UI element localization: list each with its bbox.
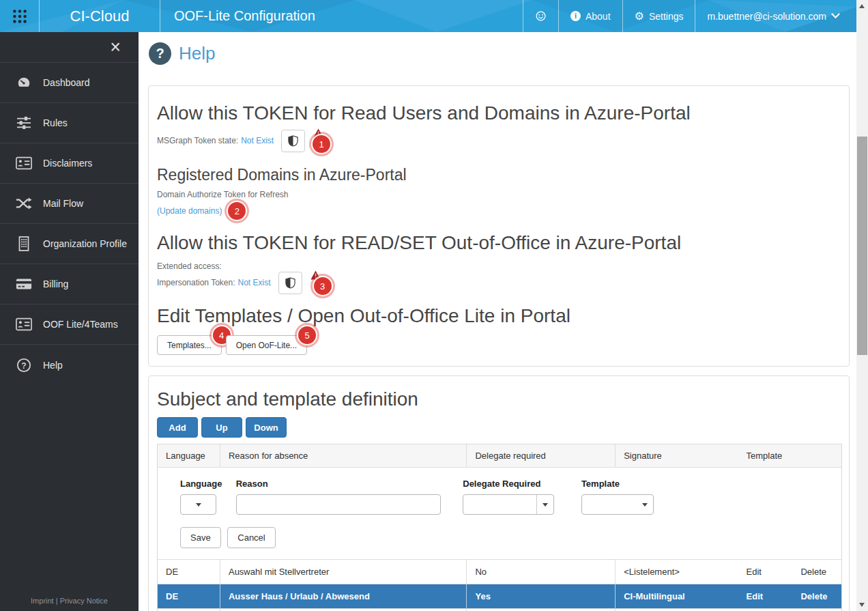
cell-language: DE xyxy=(158,560,220,584)
form-delegate-label: Delegate Required xyxy=(463,479,579,489)
save-button[interactable]: Save xyxy=(180,527,221,548)
imprint-privacy-links[interactable]: Imprint | Privacy Notice xyxy=(0,597,139,605)
delegate-required-select[interactable] xyxy=(463,494,554,515)
sidebar-item-oof-lite[interactable]: OOF Lite/4Teams xyxy=(0,304,139,345)
cell-language: DE xyxy=(158,609,220,611)
main-content: ? Help Allow this TOKEN for Read Users a… xyxy=(139,32,856,611)
add-button[interactable]: Add xyxy=(157,417,198,438)
msgraph-token-state-label: MSGraph Token state: xyxy=(157,136,238,145)
col-header-reason: Reason for absence xyxy=(220,444,467,468)
sidebar-item-organization-profile[interactable]: Organization Profile xyxy=(0,224,139,264)
sidebar-item-billing[interactable]: Billing xyxy=(0,264,139,304)
info-icon: i xyxy=(570,11,581,21)
sidebar-item-dashboard[interactable]: Dashboard xyxy=(0,63,139,103)
page-title-text: Help xyxy=(179,43,215,64)
id-card-icon xyxy=(15,156,33,170)
cancel-button[interactable]: Cancel xyxy=(227,527,275,548)
edit-link[interactable]: Edit xyxy=(738,584,793,609)
sidebar-item-help[interactable]: ? Help xyxy=(0,345,139,385)
update-domains-row: (Update domains) 2 xyxy=(157,202,841,220)
question-circle-icon: ? xyxy=(15,358,33,373)
col-header-signature: Signature xyxy=(616,444,738,468)
delete-link[interactable]: Delete xyxy=(792,584,841,609)
table-row[interactable]: DE Auswahl mit Stellvertreter No <Listel… xyxy=(158,560,842,584)
select-arrow-icon xyxy=(542,503,548,507)
impersonation-token-shield-button[interactable] xyxy=(278,272,302,294)
cell-delegate: No xyxy=(467,560,616,584)
sidebar-item-disclaimers[interactable]: Disclaimers xyxy=(0,143,139,184)
top-header: CI-Cloud OOF-Lite Configuration i About … xyxy=(0,0,856,32)
reason-input[interactable] xyxy=(236,494,441,515)
down-button[interactable]: Down xyxy=(246,417,287,438)
credit-card-icon xyxy=(15,278,33,290)
about-label: About xyxy=(585,11,611,22)
scrollbar-thumb[interactable] xyxy=(857,137,867,355)
select-arrow-icon xyxy=(642,503,648,507)
sidebar-item-label: Mail Flow xyxy=(43,198,83,209)
impersonation-token-state-link[interactable]: Not Exist xyxy=(238,278,271,287)
table-header-row: Language Reason for absence Delegate req… xyxy=(158,444,842,468)
table-row-selected[interactable]: DE Ausser Haus / Urlaub / Abwesend Yes C… xyxy=(158,584,842,609)
app-launcher-button[interactable] xyxy=(0,0,40,32)
select-arrow-icon xyxy=(196,503,201,507)
user-menu-button[interactable]: m.buettner@ci-solution.com xyxy=(695,0,856,32)
cell-language: DE xyxy=(158,584,220,609)
inline-edit-form-row: Language Reason Delegate Required T xyxy=(158,468,842,560)
template-buttons-row: Templates... 4 Open OoF-Lite... 5 xyxy=(157,335,841,355)
form-reason-label: Reason xyxy=(236,479,461,489)
templates-button[interactable]: Templates... 4 xyxy=(157,335,222,355)
sidebar-item-label: OOF Lite/4Teams xyxy=(43,319,118,330)
about-button[interactable]: i About xyxy=(558,0,622,32)
cell-signature: <Listelement> xyxy=(616,560,738,584)
sidebar-item-label: Billing xyxy=(43,279,68,289)
update-domains-link[interactable]: (Update domains) xyxy=(157,206,222,216)
cell-signature: <Listelement> xyxy=(616,609,738,611)
brand-title: CI-Cloud xyxy=(40,0,160,32)
step-badge-3: 3 xyxy=(314,277,332,295)
subject-template-panel: Subject and template definition Add Up D… xyxy=(148,375,850,611)
open-oof-lite-button[interactable]: Open OoF-Lite... 5 xyxy=(226,335,307,355)
msgraph-token-state-link[interactable]: Not Exist xyxy=(241,136,274,145)
section-heading-templates: Edit Templates / Open Out-of-Office Lite… xyxy=(157,304,841,328)
close-icon[interactable]: × xyxy=(110,38,121,57)
settings-button[interactable]: ⚙ Settings xyxy=(622,0,695,32)
sidebar-item-label: Disclaimers xyxy=(43,158,92,169)
template-select[interactable] xyxy=(581,494,654,515)
smiley-icon xyxy=(535,10,547,22)
help-circle-icon: ? xyxy=(149,42,171,65)
delete-link[interactable]: Delete xyxy=(792,560,841,584)
user-email: m.buettner@ci-solution.com xyxy=(707,11,826,22)
feedback-smiley-button[interactable] xyxy=(523,0,558,32)
waffle-grid-icon xyxy=(11,8,29,25)
chevron-down-icon xyxy=(831,13,840,19)
impersonation-token-state-row: Impersonation Token: Not Exist 3 xyxy=(157,271,841,294)
sidebar-item-rules[interactable]: Rules xyxy=(0,103,139,143)
sidebar-item-label: Rules xyxy=(43,117,68,128)
delete-link[interactable]: Delete xyxy=(792,609,841,611)
step-badge-2: 2 xyxy=(228,202,246,220)
edit-link[interactable]: Edit xyxy=(738,560,793,584)
sidebar-close-row: × xyxy=(0,32,139,63)
page-title: ? Help xyxy=(149,42,856,65)
svg-text:?: ? xyxy=(21,360,26,370)
shuffle-icon xyxy=(15,197,33,210)
shield-icon xyxy=(285,277,295,289)
language-select[interactable] xyxy=(180,494,216,515)
impersonation-token-label: Impersonation Token: xyxy=(157,278,235,287)
edit-link[interactable]: Edit xyxy=(738,609,793,611)
sidebar-item-label: Organization Profile xyxy=(43,238,127,249)
col-header-template: Template xyxy=(738,444,842,468)
msgraph-token-state-row: MSGraph Token state: Not Exist 1 xyxy=(157,129,841,152)
page-app-title: OOF-Lite Configuration xyxy=(160,0,523,32)
msgraph-token-shield-button[interactable] xyxy=(281,130,305,152)
scroll-up-arrow[interactable] xyxy=(859,4,865,8)
subject-panel-heading: Subject and template definition xyxy=(157,387,841,412)
form-language-label: Language xyxy=(180,479,233,489)
sidebar-item-mail-flow[interactable]: Mail Flow xyxy=(0,184,139,224)
table-row[interactable]: DE Auswahl ohne Stellvertreter No <Liste… xyxy=(158,609,842,611)
section-heading-token-set: Allow this TOKEN for READ/SET Out-of-Off… xyxy=(157,231,841,255)
step-badge-5: 5 xyxy=(298,326,316,344)
up-button[interactable]: Up xyxy=(201,417,242,438)
scroll-down-arrow[interactable] xyxy=(859,603,865,607)
table-toolbar: Add Up Down xyxy=(157,417,841,438)
